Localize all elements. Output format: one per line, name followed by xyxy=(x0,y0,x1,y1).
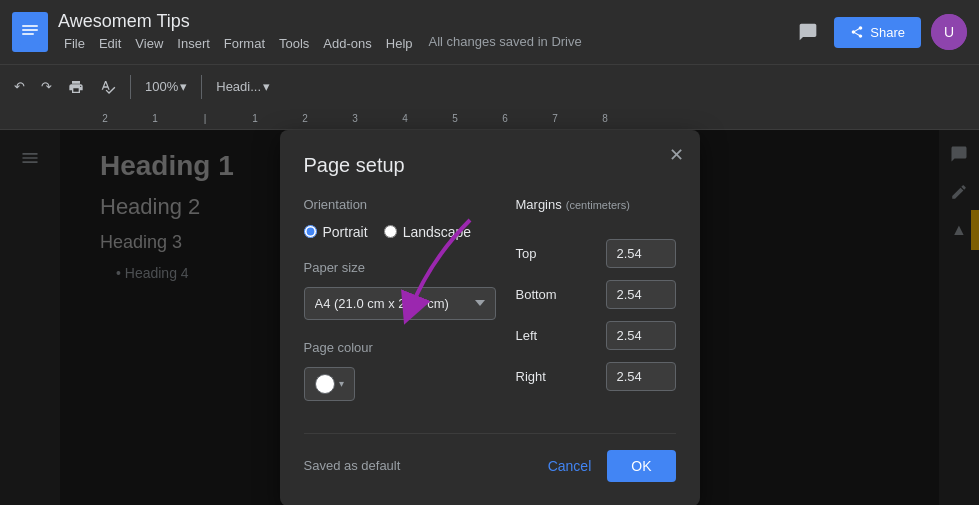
landscape-radio-label[interactable]: Landscape xyxy=(384,224,472,240)
top-bar: Awesomem Tips File Edit View Insert Form… xyxy=(0,0,979,64)
margin-row-top: Top xyxy=(516,239,676,268)
paper-select-wrapper: A4 (21.0 cm x 29.7 cm) A3 Letter Legal xyxy=(304,287,496,320)
doc-icon xyxy=(12,12,48,52)
margin-top-input[interactable] xyxy=(606,239,676,268)
ruler: 2 1 | 1 2 3 4 5 6 7 8 xyxy=(0,108,979,130)
menu-insert[interactable]: Insert xyxy=(171,34,216,53)
cancel-button[interactable]: Cancel xyxy=(532,450,608,482)
doc-title[interactable]: Awesomem Tips xyxy=(58,11,782,32)
margin-top-label: Top xyxy=(516,246,566,261)
margin-right-label: Right xyxy=(516,369,566,384)
modal-overlay: Page setup ✕ Orientation Portrait Lands xyxy=(0,130,979,505)
page-colour-label: Page colour xyxy=(304,340,496,355)
chat-icon[interactable] xyxy=(792,16,824,48)
avatar[interactable]: U xyxy=(931,14,967,50)
menu-addons[interactable]: Add-ons xyxy=(317,34,377,53)
margin-right-input[interactable] xyxy=(606,362,676,391)
menu-file[interactable]: File xyxy=(58,34,91,53)
redo-btn[interactable]: ↷ xyxy=(35,75,58,98)
dialog-close-button[interactable]: ✕ xyxy=(669,146,684,164)
menu-help[interactable]: Help xyxy=(380,34,419,53)
margin-left-label: Left xyxy=(516,328,566,343)
toolbar: ↶ ↷ 100% ▾ Headi... ▾ xyxy=(0,64,979,108)
dialog-body: Orientation Portrait Landscape Pa xyxy=(304,197,676,413)
portrait-radio[interactable] xyxy=(304,225,317,238)
ruler-marks: 2 1 | 1 2 3 4 5 6 7 8 xyxy=(80,113,630,124)
menu-format[interactable]: Format xyxy=(218,34,271,53)
menu-edit[interactable]: Edit xyxy=(93,34,127,53)
save-default-button[interactable]: Saved as default xyxy=(304,458,401,473)
style-btn[interactable]: Headi... ▾ xyxy=(210,75,276,98)
orientation-label: Orientation xyxy=(304,197,496,212)
undo-btn[interactable]: ↶ xyxy=(8,75,31,98)
margin-row-left: Left xyxy=(516,321,676,350)
landscape-label: Landscape xyxy=(403,224,472,240)
menu-bar: File Edit View Insert Format Tools Add-o… xyxy=(58,34,782,53)
svg-rect-2 xyxy=(22,29,38,31)
svg-rect-3 xyxy=(22,33,34,35)
menu-tools[interactable]: Tools xyxy=(273,34,315,53)
print-btn[interactable] xyxy=(62,75,90,99)
changes-saved: All changes saved in Drive xyxy=(429,34,582,53)
margin-bottom-input[interactable] xyxy=(606,280,676,309)
toolbar-divider-1 xyxy=(130,75,131,99)
ok-button[interactable]: OK xyxy=(607,450,675,482)
toolbar-divider-2 xyxy=(201,75,202,99)
main-area: Heading 1 Heading 2 Heading 3 • Heading … xyxy=(0,130,979,505)
page-colour-section: Page colour ▾ xyxy=(304,340,496,401)
page-colour-button[interactable]: ▾ xyxy=(304,367,355,401)
paper-size-select[interactable]: A4 (21.0 cm x 29.7 cm) A3 Letter Legal xyxy=(304,287,496,320)
share-label: Share xyxy=(870,25,905,40)
margins-title: Margins xyxy=(516,197,562,212)
svg-rect-0 xyxy=(19,19,41,45)
color-chevron-icon: ▾ xyxy=(339,378,344,389)
margins-unit: (centimeters) xyxy=(566,199,630,211)
margin-left-input[interactable] xyxy=(606,321,676,350)
dialog-title: Page setup xyxy=(304,154,676,177)
share-button[interactable]: Share xyxy=(834,17,921,48)
margin-bottom-label: Bottom xyxy=(516,287,566,302)
dialog-left: Orientation Portrait Landscape Pa xyxy=(304,197,496,413)
paper-size-section: Paper size A4 (21.0 cm x 29.7 cm) A3 Let… xyxy=(304,260,496,320)
landscape-radio[interactable] xyxy=(384,225,397,238)
dialog-footer: Saved as default Cancel OK xyxy=(304,433,676,482)
paper-size-label: Paper size xyxy=(304,260,496,275)
spellcheck-btn[interactable] xyxy=(94,75,122,99)
dialog-right: Margins (centimeters) Top Bottom Left xyxy=(516,197,676,413)
zoom-btn[interactable]: 100% ▾ xyxy=(139,75,193,98)
svg-rect-1 xyxy=(22,25,38,27)
page-setup-dialog: Page setup ✕ Orientation Portrait Lands xyxy=(280,130,700,506)
orientation-radio-group: Portrait Landscape xyxy=(304,224,496,240)
svg-text:U: U xyxy=(944,24,954,40)
top-bar-actions: Share U xyxy=(792,14,967,50)
menu-view[interactable]: View xyxy=(129,34,169,53)
title-section: Awesomem Tips File Edit View Insert Form… xyxy=(58,11,782,53)
margin-row-bottom: Bottom xyxy=(516,280,676,309)
margin-row-right: Right xyxy=(516,362,676,391)
portrait-radio-label[interactable]: Portrait xyxy=(304,224,368,240)
color-swatch xyxy=(315,374,335,394)
portrait-label: Portrait xyxy=(323,224,368,240)
